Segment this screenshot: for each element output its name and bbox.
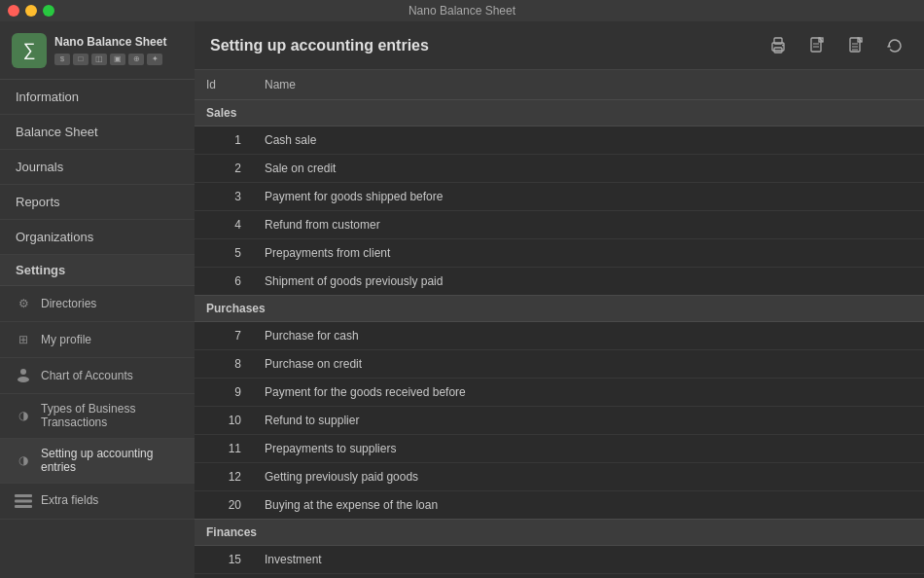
logo-icon-sm-5: ⊕ xyxy=(128,54,144,65)
table-row[interactable]: 3Payment for goods shipped before xyxy=(195,183,924,211)
table-row[interactable]: 12Getting previously paid goods xyxy=(195,463,924,491)
svg-point-0 xyxy=(20,369,26,375)
svg-rect-2 xyxy=(15,494,32,497)
my-profile-label: My profile xyxy=(41,333,91,346)
cell-id: 4 xyxy=(195,211,253,239)
cell-id: 3 xyxy=(195,183,253,211)
sidebar-item-journals[interactable]: Journals xyxy=(0,150,195,185)
sidebar-item-balance-sheet[interactable]: Balance Sheet xyxy=(0,115,195,150)
table-area[interactable]: Id Name Sales1Cash sale2Sale on credit3P… xyxy=(195,70,924,578)
setting-up-accounting-label: Setting up accounting entries xyxy=(41,447,183,475)
table-body: Sales1Cash sale2Sale on credit3Payment f… xyxy=(195,100,924,574)
svg-rect-4 xyxy=(15,505,32,508)
logo-icon: ∑ xyxy=(12,33,47,68)
table-row[interactable]: 2Sale on credit xyxy=(195,155,924,183)
sidebar-item-types-of-business[interactable]: ◑ Types of Business Transactions xyxy=(0,394,195,439)
table-row[interactable]: 6Shipment of goods previously paid xyxy=(195,268,924,296)
cell-id: 9 xyxy=(195,379,253,407)
sidebar-item-organizations[interactable]: Organizations xyxy=(0,220,195,255)
table-row[interactable]: 20Buying at the expense of the loan xyxy=(195,491,924,520)
svg-point-8 xyxy=(782,44,784,46)
sidebar-item-extra-fields[interactable]: Extra fields xyxy=(0,484,195,520)
table-row[interactable]: 5Prepayments from client xyxy=(195,239,924,268)
logo-icons-row: $ □ ◫ ▣ ⊕ ✦ xyxy=(54,54,166,65)
cell-name: Investment xyxy=(253,546,924,574)
types-of-business-label: Types of Business Transactions xyxy=(41,402,183,430)
print-button[interactable] xyxy=(764,32,792,59)
cell-name: Prepayments from client xyxy=(253,239,924,268)
app-container: ∑ Nano Balance Sheet $ □ ◫ ▣ ⊕ ✦ Informa… xyxy=(0,21,924,578)
main-content: Setting up accounting entries xyxy=(195,21,924,578)
sidebar-item-reports[interactable]: Reports xyxy=(0,185,195,220)
chart-of-accounts-label: Chart of Accounts xyxy=(41,369,133,382)
cell-name: Prepayments to suppliers xyxy=(253,435,924,463)
logo-icon-sm-3: ◫ xyxy=(91,54,107,65)
logo-icon-sm-2: □ xyxy=(73,54,89,65)
svg-point-1 xyxy=(18,377,29,382)
cell-id: 10 xyxy=(195,407,253,435)
sidebar-item-my-profile[interactable]: ⊞ My profile xyxy=(0,322,195,358)
toolbar-title: Setting up accounting entries xyxy=(210,37,753,54)
directories-icon: ⚙ xyxy=(14,294,33,313)
table-row[interactable]: 9Payment for the goods received before xyxy=(195,379,924,407)
refresh-button[interactable] xyxy=(881,32,908,59)
table-row[interactable]: 8Purchase on credit xyxy=(195,350,924,379)
table-header: Id Name xyxy=(195,70,924,100)
export-xls-button[interactable] xyxy=(842,32,870,59)
table-row[interactable]: 15Investment xyxy=(195,546,924,574)
close-button[interactable] xyxy=(8,5,19,17)
sidebar-item-setting-up-accounting[interactable]: ◑ Setting up accounting entries xyxy=(0,439,195,484)
setting-up-accounting-icon: ◑ xyxy=(14,451,33,470)
title-bar: Nano Balance Sheet xyxy=(0,0,924,21)
cell-name: Buying at the expense of the loan xyxy=(253,491,924,520)
accounting-entries-table: Id Name Sales1Cash sale2Sale on credit3P… xyxy=(195,70,924,574)
cell-id: 6 xyxy=(195,268,253,296)
cell-id: 2 xyxy=(195,155,253,183)
section-row: Purchases xyxy=(195,296,924,322)
cell-name: Getting previously paid goods xyxy=(253,463,924,491)
cell-name: Refund from customer xyxy=(253,211,924,239)
cell-name: Cash sale xyxy=(253,126,924,155)
minimize-button[interactable] xyxy=(25,5,37,17)
chart-of-accounts-icon xyxy=(14,366,33,385)
table-row[interactable]: 4Refund from customer xyxy=(195,211,924,239)
sidebar-nav: Information Balance Sheet Journals Repor… xyxy=(0,80,195,578)
cell-id: 12 xyxy=(195,463,253,491)
logo-icon-sm-1: $ xyxy=(54,54,70,65)
toolbar: Setting up accounting entries xyxy=(195,21,924,70)
cell-name: Sale on credit xyxy=(253,155,924,183)
table-row[interactable]: 10Refund to supplier xyxy=(195,407,924,435)
table-row[interactable]: 7Purchase for cash xyxy=(195,322,924,350)
section-row: Finances xyxy=(195,520,924,546)
table-row[interactable]: 11Prepayments to suppliers xyxy=(195,435,924,463)
cell-name: Shipment of goods previously paid xyxy=(253,268,924,296)
window-title: Nano Balance Sheet xyxy=(409,4,515,18)
types-of-business-icon: ◑ xyxy=(14,406,33,425)
cell-name: Payment for goods shipped before xyxy=(253,183,924,211)
maximize-button[interactable] xyxy=(43,5,54,17)
cell-name: Purchase on credit xyxy=(253,350,924,379)
cell-id: 8 xyxy=(195,350,253,379)
settings-section-header: Settings xyxy=(0,255,195,286)
logo-icon-sm-6: ✦ xyxy=(147,54,162,65)
cell-id: 11 xyxy=(195,435,253,463)
cell-id: 5 xyxy=(195,239,253,268)
table-row[interactable]: 1Cash sale xyxy=(195,126,924,155)
sidebar-item-information[interactable]: Information xyxy=(0,80,195,115)
cell-name: Refund to supplier xyxy=(253,407,924,435)
export-button[interactable] xyxy=(803,32,831,59)
extra-fields-label: Extra fields xyxy=(41,493,98,507)
section-row: Sales xyxy=(195,100,924,126)
cell-id: 20 xyxy=(195,491,253,520)
sidebar-logo: ∑ Nano Balance Sheet $ □ ◫ ▣ ⊕ ✦ xyxy=(0,21,195,80)
cell-id: 7 xyxy=(195,322,253,350)
extra-fields-icon xyxy=(14,491,33,511)
sidebar: ∑ Nano Balance Sheet $ □ ◫ ▣ ⊕ ✦ Informa… xyxy=(0,21,195,578)
sidebar-item-chart-of-accounts[interactable]: Chart of Accounts xyxy=(0,358,195,394)
svg-rect-3 xyxy=(15,499,32,502)
sidebar-item-directories[interactable]: ⚙ Directories xyxy=(0,286,195,322)
col-header-name: Name xyxy=(253,70,924,100)
cell-id: 15 xyxy=(195,546,253,574)
logo-icon-sm-4: ▣ xyxy=(110,54,125,65)
cell-name: Purchase for cash xyxy=(253,322,924,350)
